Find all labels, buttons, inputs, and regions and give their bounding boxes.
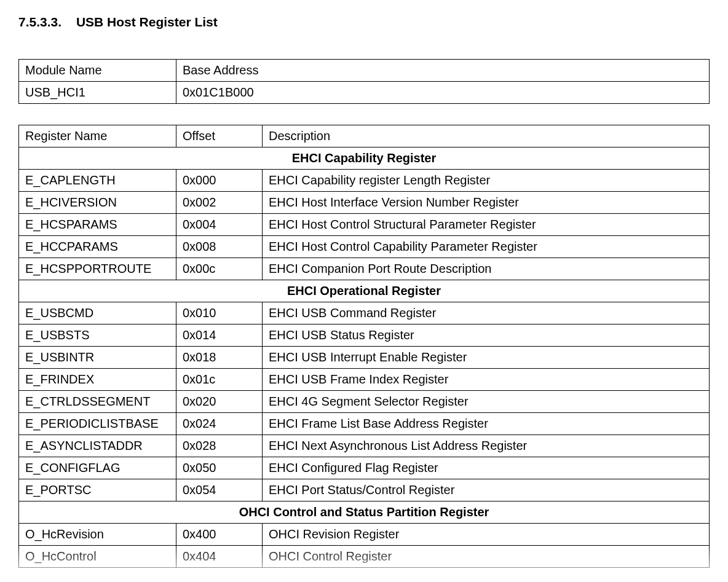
- table-row: E_HCCPARAMS 0x008 EHCI Host Control Capa…: [19, 236, 710, 258]
- section-title-cell: EHCI Capability Register: [19, 147, 710, 170]
- register-name-cell: E_CTRLDSSEGMENT: [19, 391, 176, 413]
- section-title-cell: OHCI Control and Status Partition Regist…: [19, 501, 710, 524]
- register-table: Register Name Offset Description EHCI Ca…: [18, 125, 710, 568]
- offset-cell: 0x018: [176, 347, 263, 369]
- module-name-header: Module Name: [19, 60, 176, 82]
- table-row: E_CAPLENGTH 0x000 EHCI Capability regist…: [19, 170, 710, 192]
- table-row: E_CONFIGFLAG 0x050 EHCI Configured Flag …: [19, 457, 710, 479]
- table-row: O_HcRevision 0x400 OHCI Revision Registe…: [19, 524, 710, 546]
- description-cell: EHCI Port Status/Control Register: [263, 479, 710, 501]
- description-cell: EHCI USB Command Register: [263, 302, 710, 324]
- table-row: E_USBINTR 0x018 EHCI USB Interrupt Enabl…: [19, 347, 710, 369]
- offset-cell: 0x024: [176, 413, 263, 435]
- offset-cell: 0x020: [176, 391, 263, 413]
- base-address-cell: 0x01C1B000: [176, 82, 710, 104]
- table-row: E_PERIODICLISTBASE 0x024 EHCI Frame List…: [19, 413, 710, 435]
- table-header-row: Module Name Base Address: [19, 60, 710, 82]
- register-name-cell: E_USBSTS: [19, 324, 176, 347]
- register-name-cell: E_HCCPARAMS: [19, 236, 176, 258]
- offset-cell: 0x028: [176, 435, 263, 457]
- description-cell: EHCI Capability register Length Register: [263, 170, 710, 192]
- description-cell: EHCI 4G Segment Selector Register: [263, 391, 710, 413]
- register-name-header: Register Name: [19, 125, 176, 147]
- description-cell: EHCI Host Control Capability Parameter R…: [263, 236, 710, 258]
- section-row: EHCI Operational Register: [19, 280, 710, 302]
- description-cell: EHCI Next Asynchronous List Address Regi…: [263, 435, 710, 457]
- offset-cell: 0x004: [176, 214, 263, 236]
- table-row: E_PORTSC 0x054 EHCI Port Status/Control …: [19, 479, 710, 501]
- table-row: E_HCIVERSION 0x002 EHCI Host Interface V…: [19, 192, 710, 214]
- table-row: O_HcControl 0x404 OHCI Control Register: [19, 546, 710, 568]
- register-name-cell: O_HcRevision: [19, 524, 176, 546]
- table-row: E_ASYNCLISTADDR 0x028 EHCI Next Asynchro…: [19, 435, 710, 457]
- offset-cell: 0x014: [176, 324, 263, 347]
- offset-cell: 0x400: [176, 524, 263, 546]
- table-row: USB_HCI1 0x01C1B000: [19, 82, 710, 104]
- offset-cell: 0x002: [176, 192, 263, 214]
- register-name-cell: E_HCSPPORTROUTE: [19, 258, 176, 280]
- description-cell: EHCI Host Interface Version Number Regis…: [263, 192, 710, 214]
- description-cell: EHCI Frame List Base Address Register: [263, 413, 710, 435]
- offset-cell: 0x404: [176, 546, 263, 568]
- register-name-cell: E_CAPLENGTH: [19, 170, 176, 192]
- offset-cell: 0x050: [176, 457, 263, 479]
- description-cell: EHCI Companion Port Route Description: [263, 258, 710, 280]
- base-address-header: Base Address: [176, 60, 710, 82]
- section-number: 7.5.3.3.: [18, 15, 61, 29]
- table-row: E_HCSPPORTROUTE 0x00c EHCI Companion Por…: [19, 258, 710, 280]
- register-name-cell: E_USBCMD: [19, 302, 176, 324]
- register-name-cell: E_PORTSC: [19, 479, 176, 501]
- register-name-cell: E_CONFIGFLAG: [19, 457, 176, 479]
- section-title: USB Host Register List: [76, 15, 218, 29]
- offset-cell: 0x010: [176, 302, 263, 324]
- description-cell: OHCI Control Register: [263, 546, 710, 568]
- table-header-row: Register Name Offset Description: [19, 125, 710, 147]
- section-row: OHCI Control and Status Partition Regist…: [19, 501, 710, 524]
- register-name-cell: O_HcControl: [19, 546, 176, 568]
- offset-cell: 0x054: [176, 479, 263, 501]
- offset-cell: 0x01c: [176, 369, 263, 391]
- table-row: E_USBSTS 0x014 EHCI USB Status Register: [19, 324, 710, 347]
- register-name-cell: E_PERIODICLISTBASE: [19, 413, 176, 435]
- table-row: E_USBCMD 0x010 EHCI USB Command Register: [19, 302, 710, 324]
- offset-cell: 0x00c: [176, 258, 263, 280]
- description-cell: EHCI Host Control Structural Parameter R…: [263, 214, 710, 236]
- description-cell: EHCI Configured Flag Register: [263, 457, 710, 479]
- description-cell: OHCI Revision Register: [263, 524, 710, 546]
- offset-cell: 0x000: [176, 170, 263, 192]
- register-name-cell: E_FRINDEX: [19, 369, 176, 391]
- description-cell: EHCI USB Status Register: [263, 324, 710, 347]
- section-row: EHCI Capability Register: [19, 147, 710, 170]
- module-name-cell: USB_HCI1: [19, 82, 176, 104]
- section-title-cell: EHCI Operational Register: [19, 280, 710, 302]
- section-heading: 7.5.3.3. USB Host Register List: [18, 15, 710, 29]
- module-table: Module Name Base Address USB_HCI1 0x01C1…: [18, 59, 710, 104]
- register-name-cell: E_USBINTR: [19, 347, 176, 369]
- table-row: E_FRINDEX 0x01c EHCI USB Frame Index Reg…: [19, 369, 710, 391]
- description-cell: EHCI USB Interrupt Enable Register: [263, 347, 710, 369]
- offset-cell: 0x008: [176, 236, 263, 258]
- offset-header: Offset: [176, 125, 263, 147]
- description-header: Description: [263, 125, 710, 147]
- table-row: E_CTRLDSSEGMENT 0x020 EHCI 4G Segment Se…: [19, 391, 710, 413]
- register-name-cell: E_ASYNCLISTADDR: [19, 435, 176, 457]
- register-name-cell: E_HCSPARAMS: [19, 214, 176, 236]
- description-cell: EHCI USB Frame Index Register: [263, 369, 710, 391]
- register-name-cell: E_HCIVERSION: [19, 192, 176, 214]
- table-row: E_HCSPARAMS 0x004 EHCI Host Control Stru…: [19, 214, 710, 236]
